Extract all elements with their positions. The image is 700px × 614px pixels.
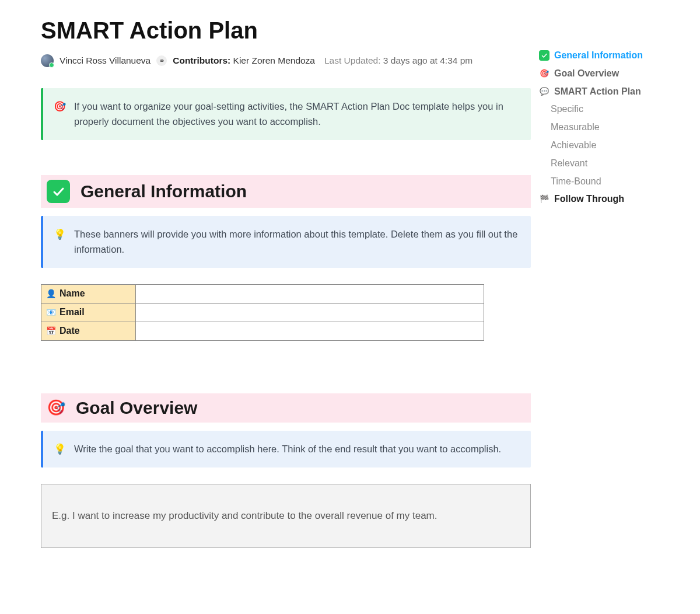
target-icon: 🎯 — [47, 399, 65, 417]
outline-item-relevant[interactable]: Relevant — [537, 155, 677, 173]
section-title-goal: Goal Overview — [76, 398, 197, 418]
intro-banner-text: If you want to organize your goal-settin… — [74, 99, 518, 130]
lightbulb-icon: 💡 — [54, 441, 66, 457]
table-row: 📅Date — [41, 322, 484, 340]
table-row: 👤Name — [41, 284, 484, 303]
lightbulb-icon: 💡 — [54, 226, 66, 257]
section-title-general: General Information — [80, 182, 247, 201]
goal-input-box[interactable]: E.g. I want to increase my productivity … — [41, 484, 531, 548]
section-header-goal: 🎯 Goal Overview — [41, 393, 531, 423]
document-main: SMART Action Plan Vincci Ross Villanueva… — [0, 0, 531, 548]
contributors-label: Contributors: Kier Zoren Mendoza — [173, 55, 315, 66]
table-row: 📧Email — [41, 303, 484, 322]
field-input-name[interactable] — [136, 284, 484, 303]
speech-bubble-icon: 💬 — [539, 86, 550, 97]
target-icon: 🎯 — [54, 99, 66, 130]
page-title: SMART Action Plan — [41, 18, 531, 44]
general-info-banner: 💡 These banners will provide you with mo… — [41, 216, 531, 268]
intro-banner: 🎯 If you want to organize your goal-sett… — [41, 88, 531, 140]
outline-item-general[interactable]: General Information — [537, 47, 677, 65]
last-updated: Last Updated: 3 days ago at 4:34 pm — [324, 55, 473, 66]
author-avatar[interactable] — [41, 54, 54, 67]
outline-item-smart[interactable]: 💬 SMART Action Plan — [537, 83, 677, 101]
checkered-flag-icon: 🏁 — [539, 194, 550, 205]
general-banner-text: These banners will provide you with more… — [74, 226, 518, 257]
outline-sidebar: General Information 🎯 Goal Overview 💬 SM… — [531, 0, 677, 208]
section-header-general: General Information — [41, 175, 531, 208]
field-label-name: 👤Name — [41, 284, 136, 303]
field-input-date[interactable] — [136, 322, 484, 340]
check-icon — [539, 50, 550, 61]
author-name[interactable]: Vincci Ross Villanueva — [60, 55, 150, 66]
outline-item-goal[interactable]: 🎯 Goal Overview — [537, 65, 677, 83]
target-icon: 🎯 — [539, 68, 550, 79]
field-input-email[interactable] — [136, 303, 484, 322]
outline-item-achievable[interactable]: Achievable — [537, 137, 677, 155]
field-label-email: 📧Email — [41, 303, 136, 322]
outline-item-timebound[interactable]: Time-Bound — [537, 173, 677, 191]
goal-banner: 💡 Write the goal that you want to accomp… — [41, 431, 531, 468]
contributors-icon: ⚭ — [156, 55, 167, 66]
field-label-date: 📅Date — [41, 322, 136, 340]
check-icon — [47, 180, 70, 203]
outline-item-specific[interactable]: Specific — [537, 100, 677, 118]
outline-item-measurable[interactable]: Measurable — [537, 118, 677, 137]
outline-item-follow[interactable]: 🏁 Follow Through — [537, 190, 677, 208]
goal-banner-text: Write the goal that you want to accompli… — [74, 441, 501, 457]
meta-row: Vincci Ross Villanueva ⚭ Contributors: K… — [41, 54, 531, 67]
general-fields-table: 👤Name 📧Email 📅Date — [41, 284, 484, 341]
